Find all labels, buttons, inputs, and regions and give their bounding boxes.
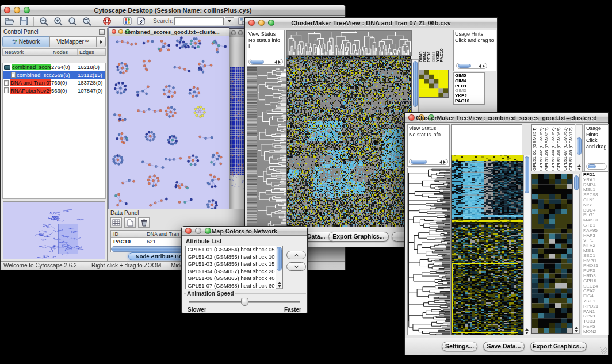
scroll-right-icon[interactable] bbox=[278, 60, 281, 64]
array-column-label[interactable]: GPL51-02 (GSM855) bbox=[538, 125, 545, 171]
view-status-hscrollbar[interactable] bbox=[248, 59, 283, 65]
scroll-left-icon[interactable] bbox=[274, 60, 277, 64]
scroll-down-icon[interactable] bbox=[525, 332, 529, 334]
save-session-button[interactable] bbox=[17, 16, 30, 26]
scrollbar-thumb[interactable] bbox=[588, 164, 596, 168]
gene-column-label[interactable]: YKE2 bbox=[435, 30, 439, 62]
scrollbar-thumb[interactable] bbox=[277, 247, 282, 271]
scrollbar-thumb[interactable] bbox=[525, 156, 529, 193]
open-session-button[interactable] bbox=[3, 16, 16, 26]
help-lifering-icon[interactable] bbox=[101, 16, 113, 26]
list-vscrollbar[interactable] bbox=[276, 246, 282, 289]
dialog-titlebar[interactable]: Map Colors to Network bbox=[182, 227, 307, 236]
row-dendrogram-canvas[interactable] bbox=[257, 67, 286, 237]
select-attributes-button[interactable] bbox=[110, 217, 122, 228]
scrollbar-thumb[interactable] bbox=[577, 137, 582, 155]
zoom-selected-button[interactable] bbox=[81, 16, 93, 26]
scroll-left-icon[interactable] bbox=[479, 64, 481, 68]
gene-column-label[interactable]: GIM3 bbox=[431, 30, 435, 62]
attribute-item[interactable]: GPL51-02 (GSM855) heat shock 10 min bbox=[186, 254, 282, 261]
attribute-item[interactable]: GPL51-07 (GSM868) heat shock 60 min bbox=[186, 282, 282, 290]
scrollbar-thumb[interactable] bbox=[250, 60, 264, 64]
search-dropdown-button[interactable] bbox=[225, 17, 234, 25]
close-icon[interactable] bbox=[248, 20, 255, 26]
overview-canvas[interactable] bbox=[3, 202, 105, 259]
close-icon[interactable] bbox=[112, 29, 116, 34]
heatmap-canvas[interactable] bbox=[286, 59, 412, 227]
heatmap-vscrollbar[interactable] bbox=[523, 155, 530, 335]
more-tabs-button[interactable] bbox=[97, 36, 106, 47]
attribute-item[interactable]: GPL51-01 (GSM854) heat shock 05 min bbox=[186, 246, 282, 254]
birdseye-overview[interactable] bbox=[3, 201, 105, 259]
delete-attribute-button[interactable] bbox=[138, 217, 150, 228]
main-titlebar[interactable]: Cytoscape Desktop (Session Name: collins… bbox=[1, 5, 345, 16]
scroll-up-icon[interactable] bbox=[278, 282, 281, 284]
gene-label[interactable]: MON2 bbox=[583, 329, 608, 335]
close-icon[interactable] bbox=[4, 7, 10, 13]
treeview1-titlebar[interactable]: ClusterMaker TreeView : DNA and Tran 07-… bbox=[245, 18, 497, 28]
scroll-left-icon[interactable] bbox=[439, 160, 442, 164]
scroll-up-icon[interactable] bbox=[577, 164, 581, 167]
edit-network-icon[interactable] bbox=[135, 16, 148, 26]
zoom-fit-button[interactable] bbox=[66, 16, 79, 26]
scroll-right-icon[interactable] bbox=[443, 160, 446, 164]
network-view-window[interactable]: combined_scores_good.txt--cluste... bbox=[109, 27, 230, 212]
zoom-in-button[interactable] bbox=[52, 16, 64, 26]
array-column-label[interactable]: GPL51-06 (GSM865) bbox=[556, 125, 563, 171]
minimize-icon[interactable] bbox=[238, 30, 243, 35]
scroll-up-icon[interactable] bbox=[525, 328, 529, 331]
heatmap-canvas[interactable] bbox=[451, 155, 523, 335]
tab-network[interactable]: Network bbox=[2, 36, 49, 47]
usage-hints-hscrollbar[interactable] bbox=[456, 63, 487, 69]
zoom-vscrollbar[interactable] bbox=[573, 174, 580, 334]
scroll-down-icon[interactable] bbox=[577, 168, 581, 170]
labels-vscrollbar[interactable] bbox=[576, 124, 583, 171]
gene-label[interactable]: PAC10 bbox=[455, 99, 484, 104]
save-data-button[interactable]: Save Data... bbox=[483, 342, 525, 351]
scrollbar-thumb[interactable] bbox=[574, 175, 579, 190]
network-row[interactable]: combined_sco 2569(6) 13112(15) bbox=[3, 71, 105, 79]
array-column-label[interactable]: GPL51-01 (GSM854) bbox=[532, 125, 538, 171]
scroll-down-icon[interactable] bbox=[278, 285, 281, 288]
network-row[interactable]: RNAPuberNov2+ 563(0) 107847(0) bbox=[3, 87, 105, 95]
array-column-label[interactable]: GPL51-07 (GSM868) bbox=[563, 125, 569, 171]
network-canvas[interactable] bbox=[109, 36, 229, 211]
close-icon[interactable] bbox=[185, 228, 192, 234]
network-row[interactable]: DNA and Tran 07 769(0) 183728(0) bbox=[3, 79, 105, 87]
scroll-down-icon[interactable] bbox=[575, 330, 578, 332]
column-dendrogram-canvas[interactable] bbox=[286, 30, 412, 56]
column-id[interactable]: ID bbox=[111, 231, 144, 237]
scrollbar-thumb[interactable] bbox=[458, 64, 471, 68]
zoom-heatmap-canvas[interactable] bbox=[531, 174, 573, 334]
scrollbar-thumb[interactable] bbox=[411, 160, 427, 164]
scroll-up-icon[interactable] bbox=[575, 327, 578, 329]
close-icon[interactable] bbox=[408, 114, 415, 121]
correlation-submatrix-canvas[interactable] bbox=[419, 70, 449, 98]
column-header-edges[interactable]: Edges bbox=[78, 49, 105, 55]
view-status-hscrollbar[interactable] bbox=[409, 159, 448, 165]
column-header-network[interactable]: Network bbox=[3, 49, 51, 55]
new-attribute-button[interactable] bbox=[124, 217, 136, 228]
float-panel-icon[interactable] bbox=[99, 29, 105, 35]
usage-hints-hscrollbar[interactable] bbox=[586, 163, 607, 170]
array-column-label[interactable]: GPL51-04 (GSM857) bbox=[550, 125, 557, 171]
close-icon[interactable] bbox=[231, 30, 236, 35]
column-header-nodes[interactable]: Nodes bbox=[51, 49, 78, 55]
network-row[interactable]: combined_scores 2764(0) 16218(0) bbox=[3, 63, 105, 71]
attribute-item[interactable]: GPL51-04 (GSM857) heat shock 20 min bbox=[186, 268, 282, 275]
vizmapper-palette-icon[interactable] bbox=[121, 16, 133, 26]
gene-column-label[interactable]: PFD1 bbox=[426, 30, 430, 62]
scrollbar-thumb[interactable] bbox=[413, 61, 418, 107]
scroll-right-icon[interactable] bbox=[483, 64, 485, 68]
speed-slider-thumb[interactable] bbox=[241, 298, 248, 306]
treeview2-titlebar[interactable]: ClusterMaker TreeView : combined_scores_… bbox=[405, 113, 608, 123]
zoom-out-button[interactable] bbox=[37, 16, 50, 26]
array-column-label[interactable]: GPL51-08 (GSM872) bbox=[568, 125, 575, 171]
network-view-titlebar[interactable]: combined_scores_good.txt--cluste... bbox=[109, 28, 229, 36]
export-graphics-button[interactable]: Export Graphics... bbox=[530, 342, 587, 351]
settings-button[interactable]: Settings... bbox=[442, 342, 477, 351]
row-dendrogram-canvas[interactable] bbox=[407, 168, 451, 335]
gene-column-label[interactable]: PAC10 bbox=[439, 30, 443, 62]
attribute-item[interactable]: GPL51-03 (GSM856) heat shock 15 min bbox=[186, 260, 282, 268]
attribute-item[interactable]: GPL51-06 (GSM865) heat shock 40 min bbox=[186, 275, 282, 282]
